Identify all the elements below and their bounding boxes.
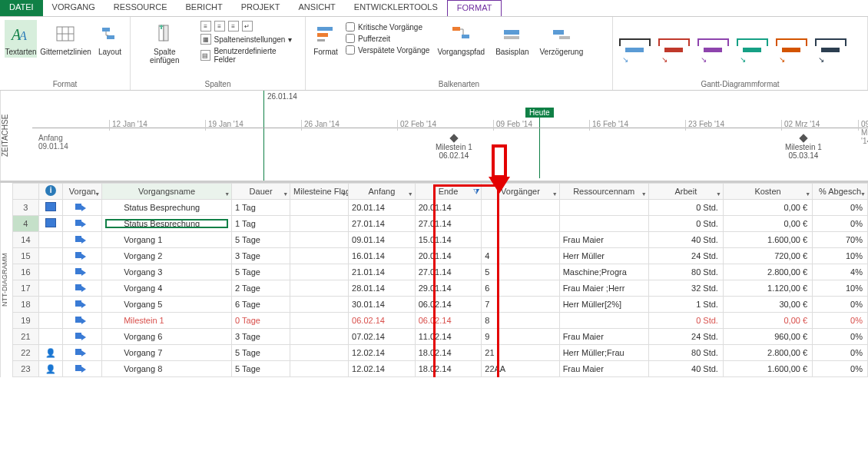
cell-ende[interactable]: 11.02.14 <box>415 329 482 345</box>
spalteneinstellungen-button[interactable]: ▦Spalteneinstellungen ▾ <box>199 33 300 45</box>
cell-flag[interactable] <box>290 280 349 297</box>
col-rownum[interactable] <box>13 184 39 200</box>
cell-arbeit[interactable]: 0 Std. <box>648 313 723 329</box>
cell-vorgaenger[interactable]: 4 <box>482 248 559 264</box>
cell-kosten[interactable]: 960,00 € <box>723 329 812 345</box>
cell-ende[interactable]: 20.01.14 <box>415 200 482 216</box>
vorgangspfad-button[interactable]: Vorgangspfad <box>434 20 488 58</box>
cell-pct[interactable]: 0% <box>813 297 868 313</box>
cell-flag[interactable] <box>290 264 349 280</box>
cell-anfang[interactable]: 28.01.14 <box>349 280 416 297</box>
cell-arbeit[interactable]: 80 Std. <box>648 345 723 361</box>
row-number[interactable]: 18 <box>13 297 39 313</box>
cell-flag[interactable] <box>290 200 349 216</box>
cell-dauer[interactable]: 5 Tage <box>232 232 290 248</box>
cell-ressourcen[interactable]: Frau Maier <box>559 329 648 345</box>
gitternetz-button[interactable]: Gitternetzlinien <box>41 20 90 58</box>
cell-arbeit[interactable]: 40 Std. <box>648 361 723 377</box>
cell-pct[interactable]: 10% <box>813 280 868 297</box>
cell-anfang[interactable]: 12.02.14 <box>349 361 416 377</box>
cell-name[interactable]: Vorgang 4 <box>102 280 232 297</box>
layout-button[interactable]: Layout <box>94 20 125 58</box>
cell-flag[interactable] <box>290 345 349 361</box>
cell-vorgaenger[interactable] <box>482 232 559 248</box>
cell-kosten[interactable]: 0,00 € <box>723 216 812 232</box>
cell-name[interactable]: Vorgang 8 <box>102 361 232 377</box>
table-row[interactable]: 3Status Besprechung1 Tag20.01.1420.01.14… <box>13 200 868 216</box>
cell-arbeit[interactable]: 0 Std. <box>648 216 723 232</box>
cell-vorgaenger[interactable]: 9 <box>482 329 559 345</box>
format-balken-button[interactable]: Format <box>310 20 341 58</box>
cell-arbeit[interactable]: 1 Std. <box>648 297 723 313</box>
row-number[interactable]: 22 <box>13 345 39 361</box>
cell-ende[interactable]: 15.01.14 <box>415 232 482 248</box>
cell-taskmode[interactable] <box>63 248 102 264</box>
cell-pct[interactable]: 0% <box>813 329 868 345</box>
gantt-style-2[interactable]: ↘ <box>657 35 691 63</box>
cell-arbeit[interactable]: 24 Std. <box>648 329 723 345</box>
tab-projekt[interactable]: PROJEKT <box>232 0 290 16</box>
pufferzeit-checkbox[interactable]: Pufferzeit <box>346 33 429 44</box>
cell-anfang[interactable]: 27.01.14 <box>349 216 416 232</box>
col-kosten[interactable]: Kosten▼ <box>723 184 812 200</box>
col-ressourcen[interactable]: Ressourcennam▼ <box>559 184 648 200</box>
cell-dauer[interactable]: 3 Tage <box>232 248 290 264</box>
col-ende[interactable]: Ende⧩ <box>415 184 482 200</box>
cell-kosten[interactable]: 0,00 € <box>723 200 812 216</box>
row-number[interactable]: 4 <box>13 216 39 232</box>
cell-kosten[interactable]: 1.600,00 € <box>723 232 812 248</box>
cell-vorgaenger[interactable] <box>482 216 559 232</box>
cell-dauer[interactable]: 5 Tage <box>232 345 290 361</box>
tab-vorgang[interactable]: VORGANG <box>43 0 104 16</box>
cell-ende[interactable]: 29.01.14 <box>415 280 482 297</box>
cell-kosten[interactable]: 0,00 € <box>723 313 812 329</box>
table-row[interactable]: 16Vorgang 35 Tage21.01.1427.01.145Maschi… <box>13 264 868 280</box>
cell-anfang[interactable]: 06.02.14 <box>349 313 416 329</box>
cell-ressourcen[interactable]: Frau Maier <box>559 232 648 248</box>
textarten-button[interactable]: AA Textarten <box>5 20 37 58</box>
cell-arbeit[interactable]: 0 Std. <box>648 200 723 216</box>
table-row[interactable]: 18Vorgang 56 Tage30.01.1406.02.147Herr M… <box>13 297 868 313</box>
cell-flag[interactable] <box>290 329 349 345</box>
cell-arbeit[interactable]: 32 Std. <box>648 280 723 297</box>
cell-vorgaenger[interactable]: 6 <box>482 280 559 297</box>
cell-vorgaenger[interactable]: 7 <box>482 297 559 313</box>
col-vorgangsname[interactable]: Vorgangsname▼ <box>102 184 232 200</box>
cell-name[interactable]: Vorgang 5 <box>102 297 232 313</box>
cell-dauer[interactable]: 0 Tage <box>232 313 290 329</box>
gantt-style-5[interactable]: ↘ <box>774 35 809 63</box>
cell-ressourcen[interactable] <box>559 313 648 329</box>
cell-kosten[interactable]: 2.800,00 € <box>723 264 812 280</box>
table-row[interactable]: 22👤Vorgang 75 Tage12.02.1418.02.1421Herr… <box>13 345 868 361</box>
align-center-icon[interactable]: ≡ <box>214 21 225 32</box>
cell-name[interactable]: Vorgang 2 <box>102 248 232 264</box>
kritische-checkbox[interactable]: Kritische Vorgänge <box>346 22 429 32</box>
cell-ende[interactable]: 06.02.14 <box>415 313 482 329</box>
cell-taskmode[interactable] <box>63 232 102 248</box>
cell-anfang[interactable]: 21.01.14 <box>349 264 416 280</box>
cell-name[interactable]: Status Besprechung <box>102 200 232 216</box>
cell-pct[interactable]: 0% <box>813 216 868 232</box>
cell-flag[interactable] <box>290 248 349 264</box>
cell-ressourcen[interactable]: Frau Maier <box>559 361 648 377</box>
cell-vorgaenger[interactable]: 21 <box>482 345 559 361</box>
cell-dauer[interactable]: 5 Tage <box>232 264 290 280</box>
cell-ressourcen[interactable]: Herr Müller;Frau <box>559 345 648 361</box>
row-number[interactable]: 21 <box>13 329 39 345</box>
cell-pct[interactable]: 0% <box>813 200 868 216</box>
cell-ressourcen[interactable]: Herr Müller[2%] <box>559 297 648 313</box>
align-left-icon[interactable]: ≡ <box>200 21 211 32</box>
gantt-style-6[interactable]: ↘ <box>813 35 848 63</box>
tab-bericht[interactable]: BERICHT <box>177 0 232 16</box>
cell-taskmode[interactable] <box>63 280 102 297</box>
cell-anfang[interactable]: 09.01.14 <box>349 232 416 248</box>
cell-ressourcen[interactable]: Maschine;Progra <box>559 264 648 280</box>
cell-ende[interactable]: 06.02.14 <box>415 297 482 313</box>
cell-kosten[interactable]: 30,00 € <box>723 297 812 313</box>
cell-name[interactable]: Vorgang 6 <box>102 329 232 345</box>
row-number[interactable]: 23 <box>13 361 39 377</box>
verspaetete-checkbox[interactable]: Verspätete Vorgänge <box>346 45 429 55</box>
cell-kosten[interactable]: 720,00 € <box>723 248 812 264</box>
cell-name[interactable]: Vorgang 7 <box>102 345 232 361</box>
col-arbeit[interactable]: Arbeit▼ <box>648 184 723 200</box>
